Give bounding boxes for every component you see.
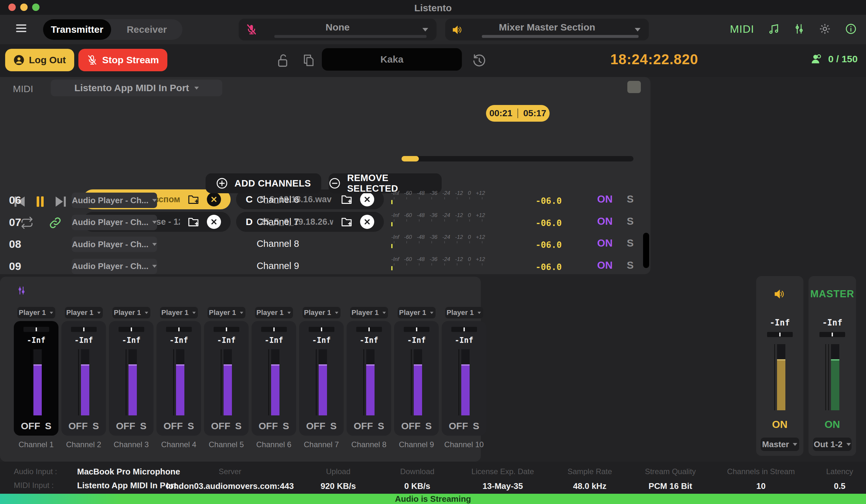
strip-off-toggle[interactable]: OFF	[449, 421, 468, 432]
master-fader[interactable]	[831, 344, 839, 410]
strip-solo-toggle[interactable]: S	[425, 421, 432, 432]
strip-fader[interactable]	[224, 349, 232, 415]
strip-source-select[interactable]: Player 1	[255, 307, 293, 319]
strip-card[interactable]: -Inf OFF S	[252, 321, 296, 436]
strip-card[interactable]: -Inf OFF S	[14, 321, 58, 436]
stop-stream-button[interactable]: Stop Stream	[78, 49, 167, 71]
strip-off-toggle[interactable]: OFF	[116, 421, 135, 432]
log-out-button[interactable]: Log Out	[5, 49, 74, 71]
master-route-select[interactable]: Out 1-2	[813, 437, 852, 451]
monitor-fader[interactable]	[777, 344, 785, 410]
channel-on-toggle[interactable]: ON	[593, 237, 616, 249]
strip-fader[interactable]	[271, 349, 279, 415]
strip-solo-toggle[interactable]: S	[45, 421, 52, 432]
master-pan-slider[interactable]	[819, 332, 845, 337]
pan-slider[interactable]	[166, 327, 192, 332]
midi-indicator[interactable]: MIDI	[730, 23, 754, 35]
tab-receiver[interactable]: Receiver	[111, 19, 182, 40]
strip-solo-toggle[interactable]: S	[473, 421, 479, 432]
monitor-pan-slider[interactable]	[767, 332, 793, 337]
strip-off-toggle[interactable]: OFF	[164, 421, 183, 432]
copy-icon[interactable]	[301, 53, 316, 69]
strip-source-select[interactable]: Player 1	[160, 307, 198, 319]
strip-source-select[interactable]: Player 1	[112, 307, 150, 319]
audio-input-select[interactable]: None	[238, 19, 436, 41]
strip-solo-toggle[interactable]: S	[188, 421, 194, 432]
strip-fader[interactable]	[33, 349, 42, 415]
strip-fader[interactable]	[319, 349, 327, 415]
strip-card[interactable]: -Inf OFF S	[109, 321, 154, 436]
channel-on-toggle[interactable]: ON	[593, 260, 616, 271]
strip-fader[interactable]	[81, 349, 89, 415]
strip-solo-toggle[interactable]: S	[235, 421, 242, 432]
pan-slider[interactable]	[23, 327, 49, 332]
strip-solo-toggle[interactable]: S	[92, 421, 99, 432]
playback-progress-bar[interactable]	[401, 156, 633, 161]
strip-off-toggle[interactable]: OFF	[21, 421, 40, 432]
strip-card[interactable]: -Inf OFF S	[156, 321, 201, 436]
monitor-route-select[interactable]: Master	[760, 437, 799, 451]
strip-card[interactable]: -Inf OFF S	[442, 321, 486, 436]
channel-solo-toggle[interactable]: S	[622, 237, 638, 249]
strip-card[interactable]: -Inf OFF S	[347, 321, 391, 436]
pan-slider[interactable]	[309, 327, 334, 332]
master-on-toggle[interactable]: ON	[824, 419, 840, 431]
strip-off-toggle[interactable]: OFF	[354, 421, 373, 432]
channel-source-select[interactable]: Audio Player - Ch...	[71, 237, 157, 252]
scrollbar-thumb[interactable]	[643, 233, 649, 268]
info-icon[interactable]	[845, 23, 857, 35]
strip-card[interactable]: -Inf OFF S	[394, 321, 439, 436]
strip-fader[interactable]	[129, 349, 137, 415]
channel-on-toggle[interactable]: ON	[593, 193, 616, 205]
pan-slider[interactable]	[404, 327, 430, 332]
tab-transmitter[interactable]: Transmitter	[43, 19, 111, 40]
channel-solo-toggle[interactable]: S	[622, 193, 638, 205]
stream-name-input[interactable]: Kaka	[322, 48, 462, 71]
midi-port-select[interactable]: Listento App MIDI In Port	[51, 80, 222, 96]
channel-source-select[interactable]: Audio Player - Ch...	[71, 215, 157, 230]
channel-source-select[interactable]: Audio Player - Ch...	[71, 259, 157, 274]
lock-open-icon[interactable]	[276, 53, 290, 69]
strip-fader[interactable]	[414, 349, 422, 415]
pan-slider[interactable]	[261, 327, 287, 332]
channel-solo-toggle[interactable]: S	[622, 260, 638, 271]
strip-off-toggle[interactable]: OFF	[401, 421, 421, 432]
strip-source-select[interactable]: Player 1	[398, 307, 435, 319]
strip-card[interactable]: -Inf OFF S	[299, 321, 344, 436]
audio-output-select[interactable]: Mixer Master Section	[445, 19, 649, 41]
strip-off-toggle[interactable]: OFF	[211, 421, 230, 432]
faders-icon[interactable]	[793, 23, 805, 35]
strip-source-select[interactable]: Player 1	[208, 307, 245, 319]
strip-source-select[interactable]: Player 1	[350, 307, 388, 319]
pan-slider[interactable]	[214, 327, 239, 332]
strip-card[interactable]: -Inf OFF S	[204, 321, 248, 436]
history-icon[interactable]	[471, 53, 487, 69]
strip-solo-toggle[interactable]: S	[378, 421, 384, 432]
strip-fader[interactable]	[176, 349, 185, 415]
strip-solo-toggle[interactable]: S	[283, 421, 289, 432]
pan-slider[interactable]	[451, 327, 477, 332]
strip-off-toggle[interactable]: OFF	[258, 421, 278, 432]
pan-slider[interactable]	[71, 327, 97, 332]
channel-solo-toggle[interactable]: S	[622, 215, 638, 227]
channel-source-select[interactable]: Audio Player - Ch...	[71, 193, 157, 208]
pan-slider[interactable]	[356, 327, 382, 332]
strip-solo-toggle[interactable]: S	[140, 421, 146, 432]
select-all-checkbox[interactable]	[628, 81, 641, 93]
strip-fader[interactable]	[461, 349, 470, 415]
strip-source-select[interactable]: Player 1	[445, 307, 483, 319]
pan-slider[interactable]	[119, 327, 144, 332]
strip-source-select[interactable]: Player 1	[17, 307, 55, 319]
strip-solo-toggle[interactable]: S	[330, 421, 337, 432]
strip-card[interactable]: -Inf OFF S	[62, 321, 106, 436]
gear-icon[interactable]	[819, 22, 831, 35]
music-note-icon[interactable]	[768, 23, 780, 35]
strip-off-toggle[interactable]: OFF	[68, 421, 88, 432]
strip-source-select[interactable]: Player 1	[303, 307, 341, 319]
strip-fader[interactable]	[366, 349, 375, 415]
strip-source-select[interactable]: Player 1	[65, 307, 103, 319]
channel-on-toggle[interactable]: ON	[593, 215, 616, 227]
menu-icon[interactable]	[16, 24, 26, 32]
strip-off-toggle[interactable]: OFF	[306, 421, 325, 432]
monitor-on-toggle[interactable]: ON	[772, 419, 788, 431]
